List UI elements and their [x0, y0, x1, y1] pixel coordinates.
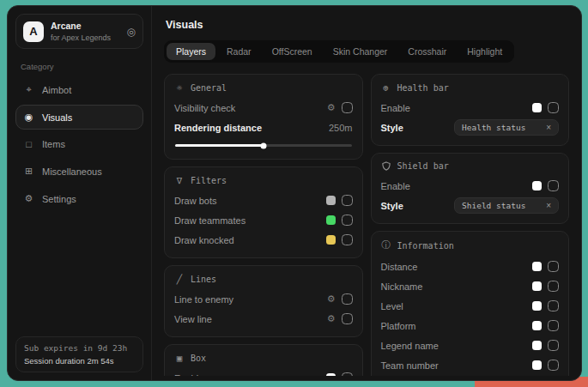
category-label: Category: [21, 62, 143, 71]
session-duration-text: Session duration 2m 54s: [24, 356, 135, 366]
crosshair-icon: ⌖: [23, 84, 34, 95]
tab-highlight[interactable]: Highlight: [458, 43, 512, 60]
color-swatch[interactable]: [532, 360, 542, 370]
setting-row-draw-knocked: Draw knocked: [174, 231, 353, 249]
gear-icon[interactable]: ⚙: [327, 294, 336, 304]
setting-label: Legend name: [381, 341, 439, 351]
color-swatch[interactable]: [532, 281, 542, 291]
section-title: Lines: [191, 275, 216, 284]
setting-label: Line to enemy: [174, 294, 233, 305]
tab-crosshair[interactable]: Crosshair: [398, 43, 456, 60]
tab-players[interactable]: Players: [167, 43, 215, 60]
setting-row-draw-bots: Draw bots: [174, 191, 353, 209]
setting-label: Enable: [174, 373, 203, 377]
grid-icon: ⊞: [23, 166, 34, 177]
info-icon: ⓘ: [381, 239, 391, 251]
color-swatch[interactable]: [532, 103, 542, 112]
selected-option: Shield status: [462, 201, 525, 210]
color-swatch[interactable]: [532, 262, 542, 271]
health-style-select[interactable]: Health status ×: [454, 119, 559, 136]
draw-knocked-checkbox[interactable]: [342, 234, 353, 245]
sidebar-item-label: Aimbot: [42, 85, 71, 95]
color-swatch[interactable]: [326, 196, 336, 205]
brand-logo: A: [23, 21, 44, 42]
view-line-checkbox[interactable]: [342, 313, 353, 324]
setting-label: Rendering distance: [174, 123, 262, 133]
color-swatch[interactable]: [532, 341, 542, 350]
rendering-distance-value: 250m: [329, 123, 353, 133]
legend-name-checkbox[interactable]: [548, 340, 559, 351]
sidebar-item-settings[interactable]: ⚙ Settings: [15, 186, 143, 211]
color-swatch[interactable]: [326, 373, 336, 376]
setting-label: Team number: [381, 360, 439, 371]
close-icon[interactable]: ×: [546, 201, 551, 210]
setting-label: Distance: [381, 262, 418, 272]
box-icon: □: [23, 139, 34, 149]
diagonal-line-icon: ╱: [174, 274, 185, 284]
tab-skin-changer[interactable]: Skin Changer: [324, 43, 397, 60]
close-icon[interactable]: ×: [546, 123, 551, 132]
gear-icon[interactable]: ⚙: [327, 103, 336, 112]
setting-row-health-style: Style Health status ×: [381, 118, 560, 136]
target-icon[interactable]: ◎: [127, 26, 136, 38]
information-card: ⓘ Information Distance Nickname: [371, 231, 570, 376]
right-column: ⊕ Health bar Enable Style: [371, 74, 570, 376]
level-checkbox[interactable]: [548, 300, 559, 311]
shield-style-select[interactable]: Shield status ×: [454, 197, 559, 214]
color-swatch[interactable]: [532, 301, 542, 311]
filters-card: ∇ Filters Draw bots Draw teammates: [164, 166, 363, 258]
gear-icon[interactable]: ⚙: [327, 314, 336, 324]
shield-enable-checkbox[interactable]: [548, 180, 559, 191]
health-cross-icon: ⊕: [381, 82, 391, 93]
sub-expiry-text: Sub expires in 9d 23h: [24, 343, 135, 353]
section-title: Box: [191, 354, 206, 363]
sidebar-item-visuals[interactable]: ◉ Visuals: [15, 105, 143, 130]
setting-label: Draw teammates: [174, 215, 246, 226]
rendering-distance-slider[interactable]: [175, 144, 352, 147]
draw-teammates-checkbox[interactable]: [342, 215, 353, 226]
sidebar-item-aimbot[interactable]: ⌖ Aimbot: [15, 77, 143, 102]
slider-thumb[interactable]: [260, 142, 266, 148]
general-card: ☼ General Visibility check ⚙ Rendering d…: [164, 74, 363, 160]
lines-card: ╱ Lines Line to enemy ⚙ View line: [164, 265, 363, 337]
setting-row-health-enable: Enable: [381, 99, 560, 117]
setting-row-team-number: Team number: [381, 356, 560, 374]
left-column: ☼ General Visibility check ⚙ Rendering d…: [164, 74, 363, 376]
section-title: Information: [397, 241, 454, 251]
sidebar-item-miscellaneous[interactable]: ⊞ Miscellaneous: [15, 159, 143, 184]
main-panel: Visuals Players Radar OffScreen Skin Cha…: [152, 6, 581, 380]
tab-radar[interactable]: Radar: [217, 43, 261, 60]
tab-bar: Players Radar OffScreen Skin Changer Cro…: [164, 40, 514, 63]
setting-row-rendering-distance: Rendering distance 250m: [174, 118, 353, 136]
subscription-info-card: Sub expires in 9d 23h Session duration 2…: [15, 336, 143, 372]
arcane-app-window: A Arcane for Apex Legends ◎ Category ⌖ A…: [7, 5, 582, 381]
team-number-checkbox[interactable]: [548, 360, 559, 371]
settings-content: ☼ General Visibility check ⚙ Rendering d…: [164, 74, 569, 376]
setting-label: Draw knocked: [174, 235, 234, 245]
health-enable-checkbox[interactable]: [548, 102, 559, 113]
platform-checkbox[interactable]: [548, 320, 559, 331]
shield-icon: [381, 161, 391, 171]
gear-icon: ⚙: [23, 193, 34, 204]
section-title: Health bar: [397, 83, 449, 93]
color-swatch[interactable]: [326, 215, 336, 225]
tab-offscreen[interactable]: OffScreen: [263, 43, 322, 60]
setting-label: Style: [381, 201, 403, 211]
setting-label: Visibility check: [174, 103, 235, 113]
color-swatch[interactable]: [326, 235, 336, 245]
setting-row-shield-style: Style Shield status ×: [381, 197, 560, 215]
page-title: Visuals: [166, 19, 569, 31]
box-enable-checkbox[interactable]: [342, 372, 353, 376]
sidebar-item-items[interactable]: □ Items: [15, 132, 143, 156]
setting-row-box-enable: Enable: [174, 369, 353, 376]
box-outline-icon: ▣: [174, 353, 185, 363]
sidebar-item-label: Miscellaneous: [42, 166, 102, 177]
setting-label: Style: [381, 123, 403, 133]
nickname-checkbox[interactable]: [548, 281, 559, 292]
draw-bots-checkbox[interactable]: [342, 195, 353, 206]
line-to-enemy-checkbox[interactable]: [342, 293, 353, 305]
color-swatch[interactable]: [532, 181, 542, 190]
distance-checkbox[interactable]: [548, 261, 559, 272]
visibility-check-checkbox[interactable]: [342, 102, 353, 113]
color-swatch[interactable]: [532, 321, 542, 330]
